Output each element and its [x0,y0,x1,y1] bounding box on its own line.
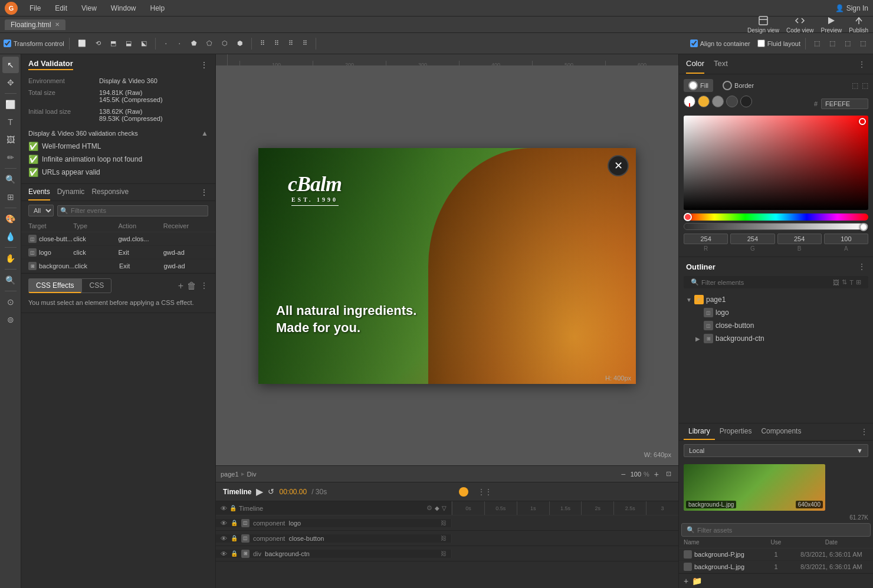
zoom-fit-btn[interactable]: ⊡ [664,470,674,478]
css-delete-btn[interactable]: 🗑 [187,281,196,291]
align-btn-5[interactable]: ⬡ [218,38,231,48]
outliner-menu-btn[interactable]: ⋮ [858,262,866,271]
color-tab[interactable]: Color [686,54,704,74]
asset-row-1[interactable]: background-P.jpg 1 8/3/2021, 6:36:01 AM [679,548,873,561]
color-gradient-picker[interactable] [684,116,868,210]
lib-add-btn[interactable]: + [684,576,688,586]
outliner-filter-input[interactable] [701,279,831,286]
library-menu-btn[interactable]: ⋮ [860,427,868,436]
tl-lock-1[interactable]: 🔒 [231,520,238,526]
publish-btn[interactable]: Publish [849,15,868,34]
timeline-playhead-marker[interactable] [459,487,468,497]
timeline-play-btn[interactable]: ▶ [256,486,263,497]
fluid-layout-check[interactable]: Fluid layout [757,40,800,47]
lib-tab-library[interactable]: Library [684,423,715,440]
tl-eye-1[interactable]: 👁 [221,520,227,527]
events-filter-input[interactable] [71,207,205,214]
align-btn-1[interactable]: ⬝ [160,39,172,48]
text-tab[interactable]: Text [714,54,728,74]
align-container-check[interactable]: Align to container [690,40,750,47]
swatch-gray1[interactable] [712,96,724,107]
tool-search[interactable]: 🔍 [2,272,19,288]
tool-select[interactable]: ↖ [2,57,19,73]
swatch-dark[interactable] [740,96,752,107]
transform-btn-3[interactable]: ⬒ [107,38,120,48]
zoom-out-btn[interactable]: − [618,469,628,479]
a-input[interactable] [824,234,868,244]
hue-slider[interactable] [684,213,868,221]
css-menu-btn[interactable]: ⋮ [200,281,208,291]
tool-image[interactable]: 🖼 [2,132,19,148]
align-btn-4[interactable]: ⬠ [203,38,216,48]
tab-dynamic[interactable]: Dynamic [57,184,85,201]
outliner-grid-icon[interactable]: ⊞ [856,278,861,286]
dist-btn-1[interactable]: ⠿ [257,38,268,48]
close-button[interactable]: ✕ [608,155,629,176]
css-effects-tab[interactable]: CSS Effects [28,278,81,293]
zoom-in-btn[interactable]: + [652,469,661,479]
tool-scripts[interactable]: ⊚ [2,311,19,328]
library-dropdown[interactable]: Local ▼ [684,444,868,457]
menu-view[interactable]: View [79,3,99,14]
tl-lock-header[interactable]: 🔒 [229,505,237,511]
tool-grab[interactable]: ✋ [2,250,19,267]
tab-close-btn[interactable]: ✕ [55,21,60,28]
design-view-btn[interactable]: Design view [747,15,779,34]
timeline-menu-btn[interactable]: ⋮⋮ [478,488,492,496]
resp-btn-1[interactable]: ⬚ [810,38,823,48]
menu-help[interactable]: Help [148,3,168,14]
events-filter-select[interactable]: All [28,205,54,216]
tree-background-ctn[interactable]: ▶ ⊞ background-ctn [679,332,873,345]
color-panel-menu-btn[interactable]: ⋮ [858,60,866,69]
tab-events[interactable]: Events [28,184,50,201]
events-menu-btn[interactable]: ⋮ [200,188,208,197]
align-btn-6[interactable]: ⬢ [234,38,247,48]
tool-text[interactable]: T [2,114,19,130]
dist-btn-3[interactable]: ⠿ [285,38,297,48]
tl-eye-3[interactable]: 👁 [221,550,227,557]
tool-pen[interactable]: ✏ [2,149,19,166]
dist-btn-2[interactable]: ⠿ [271,38,283,48]
fill-btn[interactable]: Fill [684,79,713,92]
resp-btn-2[interactable]: ⬚ [826,38,839,48]
tool-components[interactable]: ⊞ [2,189,19,205]
tool-color[interactable]: 🎨 [2,211,19,227]
swatch-yellow[interactable] [698,96,710,107]
lib-folder-btn[interactable]: 📁 [692,576,702,586]
asset-row-2[interactable]: background-L.jpg 1 8/3/2021, 6:36:01 AM [679,561,873,573]
tree-close-button[interactable]: ◫ close-button [679,319,873,332]
tl-eye-header[interactable]: 👁 [221,505,227,512]
tl-gear-header[interactable]: ⚙ [426,504,432,512]
lib-tab-components[interactable]: Components [756,423,806,440]
lib-tab-properties[interactable]: Properties [715,423,757,440]
ad-validator-menu-btn[interactable]: ⋮ [200,60,208,70]
css-add-btn[interactable]: + [178,281,183,291]
menu-window[interactable]: Window [109,3,139,14]
tl-lock-3[interactable]: 🔒 [231,550,238,557]
transform-btn-5[interactable]: ⬕ [137,38,150,48]
event-row-3[interactable]: ⊞backgroun... click Exit gwd-ad [21,259,215,273]
align-btn-2[interactable]: ⬞ [174,39,185,48]
menu-edit[interactable]: Edit [52,3,70,14]
validation-collapse-btn[interactable]: ▲ [201,129,208,137]
tl-diamond-header[interactable]: ◆ [435,505,439,511]
swatch-gray2[interactable] [726,96,738,107]
resp-btn-4[interactable]: ⬚ [856,38,869,48]
menu-file[interactable]: File [27,3,43,14]
tool-eyedrop[interactable]: 💧 [2,228,19,245]
dist-btn-4[interactable]: ⠿ [299,38,311,48]
transform-btn-2[interactable]: ⟲ [92,38,104,48]
tl-lock-2[interactable]: 🔒 [231,535,238,541]
alpha-slider[interactable] [684,223,868,230]
code-view-btn[interactable]: Code view [786,15,814,34]
outliner-img-icon[interactable]: 🖼 [833,279,839,286]
tool-zoom[interactable]: 🔍 [2,171,19,188]
tree-page1[interactable]: ▼ P page1 [679,293,873,306]
tl-plus-header[interactable]: ▽ [442,505,447,511]
tool-shapes[interactable]: ⬜ [2,96,19,113]
transform-btn-4[interactable]: ⬓ [122,38,135,48]
timeline-loop-btn[interactable]: ↺ [268,487,274,496]
tool-layers[interactable]: ⊙ [2,294,19,310]
transform-btn-1[interactable]: ⬜ [74,38,90,48]
copy-color-btn[interactable]: ⬚ [852,81,858,90]
